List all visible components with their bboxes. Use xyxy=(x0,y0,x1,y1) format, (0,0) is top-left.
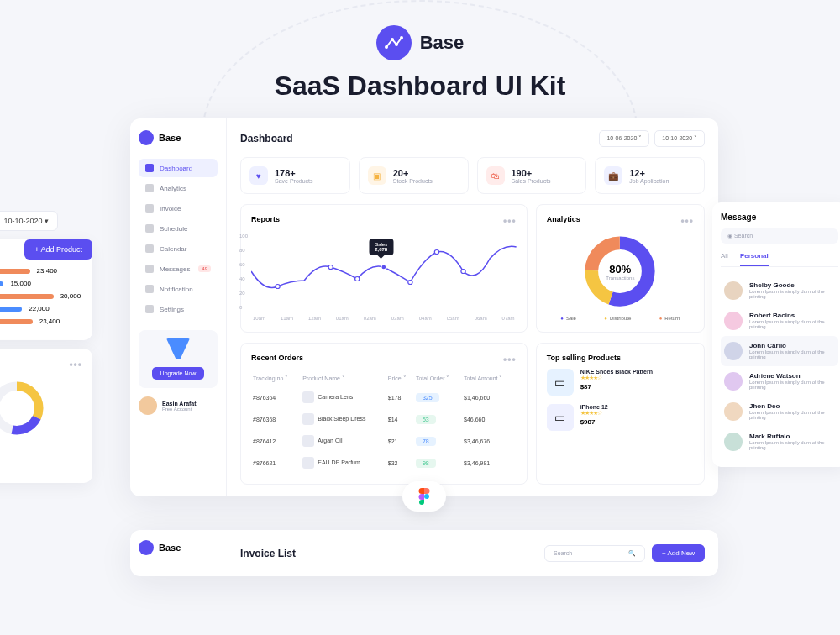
col-header[interactable]: Price ˅ xyxy=(386,372,414,386)
invoice-title: Invoice List xyxy=(240,548,296,559)
message-item[interactable]: Robert BacinsLorem Ipsum is simply dum o… xyxy=(721,306,838,336)
hero-logo: Base xyxy=(376,25,465,60)
hero-section: Base SaaS Dashboard UI Kit xyxy=(0,0,840,118)
table-row[interactable]: #876364Camera Lens$178325$1,46,660 xyxy=(251,386,517,409)
avatar xyxy=(724,312,743,330)
legend-sale: Sale xyxy=(560,316,576,321)
stat-number: 190+ xyxy=(512,168,551,178)
nav-icon xyxy=(145,265,154,273)
sidebar-item-settings[interactable]: Settings xyxy=(139,300,218,318)
avatar xyxy=(724,342,743,360)
message-sender: Mark Ruffalo xyxy=(749,433,835,440)
qty-pill: 78 xyxy=(416,437,436,446)
user-subtitle: Free Account xyxy=(162,407,197,412)
svg-point-1 xyxy=(391,38,394,41)
message-item[interactable]: Adriene WatsonLorem Ipsum is simply dum … xyxy=(721,366,838,396)
svg-point-11 xyxy=(408,281,412,285)
bar-value: 23,400 xyxy=(37,267,57,275)
stat-card: ▣20+Stock Products xyxy=(359,157,469,194)
messages-title: Message xyxy=(721,213,838,222)
search-input[interactable]: Search 🔍 xyxy=(544,545,645,562)
message-search[interactable]: ◉ Search xyxy=(721,228,838,244)
upgrade-button[interactable]: Upgrade Now xyxy=(152,367,205,380)
message-sender: John Carilo xyxy=(749,342,835,349)
svg-point-10 xyxy=(381,265,386,270)
top-products-panel: Top selling Products ▭NIKE Shoes Black P… xyxy=(536,343,705,485)
message-item[interactable]: Jhon DeoLorem Ipsum is simply dum of the… xyxy=(721,396,838,427)
message-preview: Lorem Ipsum is simply dum of the printin… xyxy=(749,289,835,299)
nav-icon xyxy=(145,204,154,213)
message-item[interactable]: Mark RuffaloLorem Ipsum is simply dum of… xyxy=(721,427,838,457)
dashboard-window: Base DashboardAnalyticsInvoiceScheduleCa… xyxy=(130,118,718,496)
more-icon[interactable]: ••• xyxy=(69,359,82,370)
stat-label: Stock Products xyxy=(393,178,433,184)
message-sender: Robert Bacins xyxy=(749,312,835,319)
qty-pill: 98 xyxy=(416,459,436,468)
analytics-title: Analytics xyxy=(547,215,580,227)
tab-personal[interactable]: Personal xyxy=(740,252,769,266)
stat-card: ♥178+Save Products xyxy=(240,157,350,194)
stat-label: Save Products xyxy=(275,178,313,184)
product-thumb-icon xyxy=(302,413,314,425)
sidebar-item-notification[interactable]: Notification xyxy=(139,280,218,298)
invoice-logo: Base xyxy=(139,540,218,555)
message-item[interactable]: Shelby GoodeLorem Ipsum is simply dum of… xyxy=(721,276,838,306)
svg-point-7 xyxy=(276,285,280,289)
stat-number: 12+ xyxy=(629,168,669,178)
star-rating-icon: ★★★★☆ xyxy=(580,375,653,381)
bar-value: 22,000 xyxy=(29,305,49,312)
invoice-brand: Base xyxy=(159,543,181,553)
sidebar-item-invoice[interactable]: Invoice xyxy=(139,199,218,218)
table-row[interactable]: #876368Black Sleep Dress$1453$46,660 xyxy=(251,408,517,430)
more-icon[interactable]: ••• xyxy=(503,354,517,365)
sidebar: Base DashboardAnalyticsInvoiceScheduleCa… xyxy=(130,118,227,496)
table-row[interactable]: #876621EAU DE Parfum$3298$3,46,981 xyxy=(251,452,517,474)
user-profile[interactable]: Easin Arafat Free Account xyxy=(139,396,218,415)
bar-fill xyxy=(0,281,3,286)
nav-icon xyxy=(145,285,154,293)
stat-icon: ♥ xyxy=(249,166,268,185)
col-header[interactable]: Product Name ˅ xyxy=(301,372,386,386)
sidebar-item-dashboard[interactable]: Dashboard xyxy=(139,159,218,177)
sidebar-item-messages[interactable]: Messages49 xyxy=(139,260,218,278)
table-row[interactable]: #876412Argan Oil$2178$3,46,676 xyxy=(251,430,517,452)
upgrade-box: Upgrade Now xyxy=(139,330,218,388)
left-preview-panel: 6-2020 ▾ 10-10-2020 ▾ + Add Product by M… xyxy=(0,211,92,491)
sidebar-item-schedule[interactable]: Schedule xyxy=(139,219,218,238)
nav-icon xyxy=(145,164,154,172)
nav-label: Invoice xyxy=(160,205,181,213)
date-to[interactable]: 10-10-2020 ▾ xyxy=(0,211,58,231)
date-picker-to[interactable]: 10-10-2020 ˅ xyxy=(654,130,705,147)
svg-point-8 xyxy=(328,265,333,270)
stat-label: Job Application xyxy=(629,178,669,184)
page-title: Dashboard xyxy=(240,133,293,144)
sidebar-item-calendar[interactable]: Calendar xyxy=(139,239,218,258)
badge: 49 xyxy=(198,265,211,272)
recent-orders-panel: Recent Orders ••• Tracking no ˅Product N… xyxy=(240,343,528,485)
nav-icon xyxy=(145,184,154,192)
stat-label: Sales Products xyxy=(512,178,551,184)
legend-return: Return xyxy=(659,316,680,321)
col-header[interactable]: Tracking no ˅ xyxy=(251,372,301,386)
product-item[interactable]: ▭iPhone 12★★★★☆$987 xyxy=(547,404,694,431)
avatar xyxy=(139,396,157,415)
star-rating-icon: ★★★★☆ xyxy=(580,410,608,417)
legend-distribute: Distribute xyxy=(604,316,631,321)
donut-label: Transactions xyxy=(606,276,634,281)
col-header[interactable]: Total Order ˅ xyxy=(414,372,462,386)
add-product-button[interactable]: + Add Product xyxy=(24,239,92,260)
donut-percent: 80% xyxy=(609,263,631,276)
bar-value: 30,000 xyxy=(60,292,81,300)
tab-all[interactable]: All xyxy=(721,252,728,266)
message-item[interactable]: John CariloLorem Ipsum is simply dum of … xyxy=(721,336,838,366)
message-sender: Jhon Deo xyxy=(749,402,835,410)
col-header[interactable]: Total Amount ˅ xyxy=(462,372,517,386)
more-icon[interactable]: ••• xyxy=(503,215,517,227)
more-icon[interactable]: ••• xyxy=(680,215,694,227)
analytics-donut: 80% Transactions xyxy=(582,234,658,309)
sidebar-item-analytics[interactable]: Analytics xyxy=(139,179,218,197)
product-thumb: ▭ xyxy=(547,404,574,431)
date-picker-from[interactable]: 10-06-2020 ˅ xyxy=(599,130,649,147)
product-item[interactable]: ▭NIKE Shoes Black Pattern★★★★☆$87 xyxy=(547,369,694,396)
add-new-button[interactable]: + Add New xyxy=(652,544,705,562)
